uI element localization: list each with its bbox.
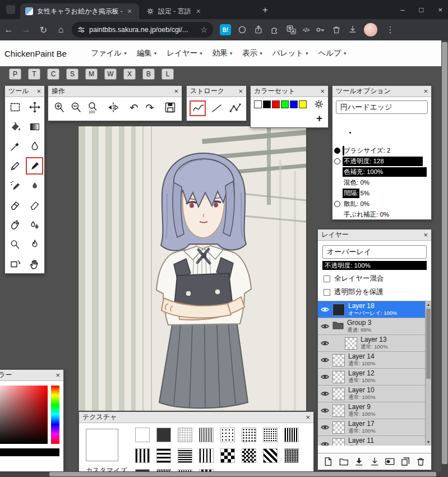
tool-eraser[interactable] (5, 195, 25, 215)
shortcut-s[interactable]: S (66, 68, 78, 80)
tool-dodge[interactable] (5, 235, 25, 254)
profile-avatar[interactable] (364, 23, 377, 36)
tool-pencil[interactable] (5, 156, 25, 176)
texture-swatch-lines-vertical-thick[interactable] (135, 448, 150, 463)
shortcut-c[interactable]: C (47, 68, 59, 80)
add-swatch-icon[interactable]: + (316, 113, 322, 123)
layer-visibility-icon[interactable] (321, 323, 329, 329)
pressure-size-toggle-icon[interactable] (334, 148, 340, 154)
translate-icon[interactable] (286, 25, 297, 35)
menu-help[interactable]: ヘルプ▾ (313, 46, 352, 61)
bookmark-star-icon[interactable]: ☆ (200, 25, 207, 34)
layer-row-11[interactable]: Layer 11通常: 100% (318, 436, 431, 446)
drawing-canvas[interactable] (78, 126, 306, 411)
page-vertical-scrollbar[interactable] (441, 40, 448, 477)
add-layer-icon[interactable] (323, 456, 334, 467)
texture-swatch-lines-vertical-medium[interactable] (199, 448, 214, 463)
menu-edit[interactable]: 編集▾ (132, 46, 162, 61)
tool-move[interactable] (25, 97, 44, 117)
saturation-value-picker[interactable] (0, 386, 48, 444)
close-icon[interactable]: × (56, 371, 60, 379)
close-icon[interactable]: × (36, 88, 41, 95)
undo-icon[interactable]: ↶ (128, 101, 140, 114)
swatch-blue[interactable] (290, 100, 298, 108)
layer-row-13[interactable]: Layer 13通常: 100% (318, 335, 431, 352)
brush-bleed-slider[interactable]: 混色: 0%混色: 0% (343, 178, 427, 187)
texture-swatch-dots-sparse[interactable] (220, 428, 235, 442)
move-layer-down-icon[interactable] (370, 456, 380, 467)
save-icon[interactable] (164, 100, 177, 115)
home-icon[interactable]: ⌂ (52, 25, 70, 35)
tool-flood-fill[interactable] (5, 117, 25, 136)
texture-swatch-dots-fine[interactable] (178, 428, 192, 442)
flip-horizontal-icon[interactable] (107, 100, 120, 115)
tool-soft-eraser[interactable] (25, 195, 44, 215)
brush-opacity-slider[interactable]: 不透明度: 128不透明度: 128 (343, 157, 427, 166)
devtools-code-icon[interactable]: </> (303, 27, 309, 33)
lock-alpha-checkbox[interactable]: 透明部分を保護 (324, 287, 426, 297)
close-icon[interactable]: × (306, 414, 310, 421)
texture-palette-titlebar[interactable]: テクスチャ × (79, 412, 313, 423)
duplicate-layer-icon[interactable] (400, 456, 411, 467)
tool-color-picker[interactable] (5, 136, 25, 156)
scrollbar-thumb[interactable] (426, 309, 431, 379)
shortcut-w[interactable]: W (104, 68, 117, 80)
texture-swatch-checker-large[interactable] (220, 448, 235, 463)
brush-spacing-slider[interactable]: 間隔: 5%間隔: 5% (343, 189, 427, 198)
color-palette-titlebar[interactable]: カラー × (0, 370, 63, 381)
swatch-black[interactable] (263, 100, 271, 108)
layer-row-12[interactable]: Layer 12通常: 100% (318, 369, 431, 386)
sample-all-layers-checkbox[interactable]: 全レイヤー混合 (324, 274, 426, 283)
tab-close-icon[interactable]: × (195, 7, 202, 16)
extensions-puzzle-icon[interactable] (270, 25, 280, 35)
layer-row-14[interactable]: Layer 14通常: 100% (318, 352, 431, 369)
new-tab-button[interactable]: + (262, 4, 268, 16)
layer-row-10[interactable]: Layer 10通常: 100% (318, 386, 431, 402)
layer-visibility-icon[interactable] (321, 407, 329, 414)
texture-swatch-noise-fine[interactable] (284, 448, 299, 463)
hatena-bookmark-icon[interactable]: B! (220, 24, 231, 35)
layer-row-9[interactable]: Layer 9通常: 100% (318, 402, 431, 419)
layer-visibility-icon[interactable] (321, 424, 329, 430)
texture-swatch-checker-small[interactable] (242, 448, 256, 463)
shortcut-b[interactable]: B (142, 68, 155, 80)
scroll-down-icon[interactable]: ▾ (426, 439, 431, 446)
extension-circle-icon[interactable] (237, 25, 247, 35)
swatch-yellow[interactable] (299, 100, 307, 108)
swatch-white[interactable] (254, 100, 262, 108)
site-settings-icon[interactable] (77, 26, 85, 34)
tool-airbrush[interactable] (5, 176, 25, 195)
texture-swatch-checker-diagonal[interactable] (263, 448, 278, 463)
tool-pen[interactable] (25, 156, 44, 176)
close-icon[interactable]: × (238, 88, 243, 95)
layer-visibility-icon[interactable] (321, 340, 329, 346)
swatch-green[interactable] (281, 100, 289, 108)
texture-swatch-plain[interactable] (135, 428, 150, 442)
stroke-bezier[interactable] (227, 100, 243, 116)
scrollbar-thumb[interactable] (49, 472, 436, 476)
close-icon[interactable]: × (423, 231, 428, 238)
close-icon[interactable]: × (320, 88, 325, 95)
scrollbar-thumb[interactable] (442, 42, 447, 464)
brush-resat-slider[interactable]: 色補充: 100%色補充: 100% (343, 167, 427, 177)
stroke-freehand[interactable] (190, 100, 206, 116)
zoom-100-icon[interactable]: 100 (86, 100, 100, 115)
download-icon[interactable] (348, 25, 358, 35)
swatch-settings-gear-icon[interactable] (314, 99, 324, 111)
layer-visibility-icon[interactable] (321, 306, 329, 313)
tool-burn[interactable] (25, 235, 44, 254)
shortcut-t[interactable]: T (28, 68, 40, 80)
delete-layer-trash-icon[interactable] (415, 456, 426, 467)
address-bar[interactable]: paintbbs.sakura.ne.jp/oeb/cgi/... ☆ (72, 22, 213, 38)
texture-swatch-lines-horizontal-dense[interactable] (178, 448, 192, 463)
close-icon[interactable]: × (174, 88, 178, 95)
browser-menu-icon[interactable]: ⋮ (384, 25, 396, 35)
browser-tab-oekaki[interactable]: 女性キャラお絵かき掲示板 - Petit × (20, 3, 139, 19)
texture-swatch-halftone-dark[interactable] (156, 428, 171, 442)
add-group-folder-icon[interactable] (339, 456, 349, 467)
layer-row-18[interactable]: Layer 18オーバーレイ: 100% (318, 301, 431, 318)
swatches-palette-titlebar[interactable]: カラーセット × (251, 86, 328, 97)
current-color-bar[interactable] (0, 448, 59, 456)
redo-icon[interactable]: ↷ (144, 101, 156, 114)
layer-blend-mode-select[interactable]: オーバーレイ (322, 245, 427, 259)
